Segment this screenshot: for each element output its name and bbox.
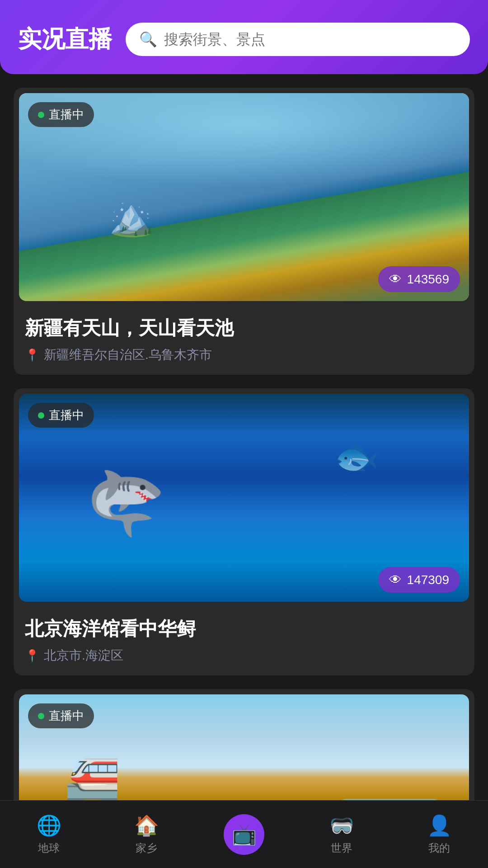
- card-location-1: 📍 新疆维吾尔自治区.乌鲁木齐市: [25, 346, 463, 363]
- home-icon: 🏠: [134, 814, 159, 837]
- location-icon-1: 📍: [25, 348, 39, 362]
- live-tv-icon: 📺: [232, 823, 257, 846]
- view-count-2: 147309: [407, 573, 449, 587]
- earth-icon: 🌐: [37, 814, 61, 837]
- view-badge-1: 👁 143569: [378, 266, 460, 292]
- live-badge-2: 直播中: [28, 403, 94, 428]
- card-tianchi[interactable]: 直播中 👁 143569 新疆有天山，天山看天池 📍 新疆维吾尔自治区.乌鲁木齐…: [14, 88, 474, 375]
- live-center-button[interactable]: 📺: [224, 814, 264, 855]
- view-count-1: 143569: [407, 272, 449, 287]
- card-aquarium[interactable]: 直播中 👁 147309 北京海洋馆看中华鲟 📍 北京市.海淀区: [14, 388, 474, 675]
- card-image-wrap-1: 直播中 👁 143569: [19, 93, 469, 301]
- nav-label-world: 世界: [331, 841, 352, 855]
- eye-icon-2: 👁: [389, 572, 402, 587]
- search-bar[interactable]: 🔍: [126, 23, 470, 56]
- live-badge-3: 直播中: [28, 703, 94, 728]
- eye-icon-1: 👁: [389, 272, 402, 287]
- nav-item-live[interactable]: 📺: [195, 814, 293, 855]
- card-title-1: 新疆有天山，天山看天池: [25, 316, 463, 341]
- location-icon-2: 📍: [25, 649, 39, 663]
- card-info-1: 新疆有天山，天山看天池 📍 新疆维吾尔自治区.乌鲁木齐市: [14, 307, 474, 375]
- nav-label-home: 家乡: [136, 841, 157, 855]
- bottom-nav: 🌐 地球 🏠 家乡 📺 🥽 世界 👤 我的: [0, 800, 488, 868]
- search-input[interactable]: [164, 31, 456, 48]
- live-dot-1: [38, 112, 44, 118]
- location-text-2: 北京市.海淀区: [44, 647, 123, 664]
- live-label-1: 直播中: [49, 107, 84, 123]
- view-badge-2: 👁 147309: [378, 567, 460, 593]
- location-text-1: 新疆维吾尔自治区.乌鲁木齐市: [44, 346, 212, 363]
- nav-label-earth: 地球: [38, 841, 60, 855]
- card-info-2: 北京海洋馆看中华鲟 📍 北京市.海淀区: [14, 607, 474, 675]
- card-title-2: 北京海洋馆看中华鲟: [25, 616, 463, 642]
- search-icon: 🔍: [139, 31, 157, 48]
- live-label-2: 直播中: [49, 407, 84, 423]
- world-icon: 🥽: [329, 814, 354, 837]
- live-dot-3: [38, 713, 44, 719]
- nav-item-mine[interactable]: 👤 我的: [390, 814, 488, 855]
- card-location-2: 📍 北京市.海淀区: [25, 647, 463, 664]
- live-label-3: 直播中: [49, 708, 84, 724]
- live-dot-2: [38, 412, 44, 419]
- nav-item-home[interactable]: 🏠 家乡: [98, 814, 195, 855]
- page-title: 实况直播: [18, 24, 112, 55]
- nav-item-world[interactable]: 🥽 世界: [293, 814, 390, 855]
- nav-item-earth[interactable]: 🌐 地球: [0, 814, 98, 855]
- content-area: 直播中 👁 143569 新疆有天山，天山看天池 📍 新疆维吾尔自治区.乌鲁木齐…: [0, 74, 488, 868]
- header: 实况直播 🔍: [0, 0, 488, 74]
- nav-label-mine: 我的: [428, 841, 450, 855]
- user-icon: 👤: [427, 814, 452, 837]
- live-badge-1: 直播中: [28, 102, 94, 127]
- card-image-wrap-2: 直播中 👁 147309: [19, 394, 469, 602]
